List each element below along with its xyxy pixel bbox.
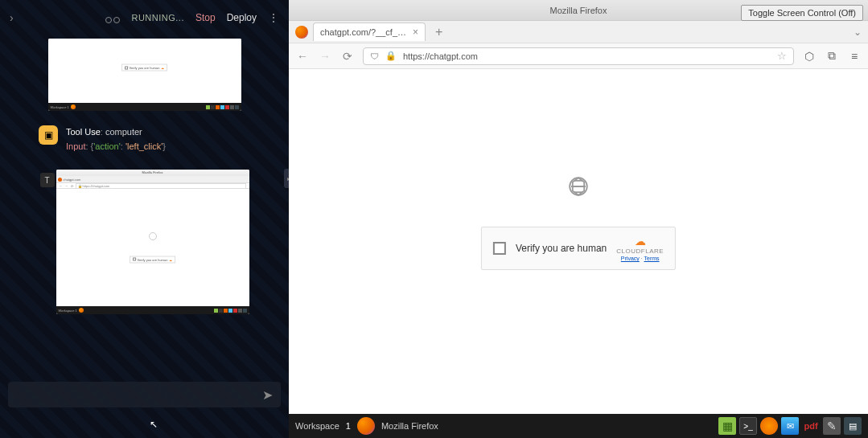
reload-button[interactable]: ⟳	[340, 50, 355, 63]
verify-human-checkbox[interactable]	[493, 242, 506, 255]
lock-icon[interactable]: 🔒	[385, 51, 397, 61]
cloudflare-challenge-box: Verify you are human ☁ CLOUDFLARE Privac…	[481, 227, 676, 270]
agent-topbar: › RUNNING... Stop Deploy ⋮	[0, 0, 289, 35]
terminal-tray-icon[interactable]: >_	[739, 417, 757, 435]
screenshot-thumbnail[interactable]: Verify you are human☁ Workspace 1	[48, 39, 241, 111]
url-text: https://chatgpt.com	[403, 51, 771, 61]
spreadsheet-tray-icon[interactable]: ▦	[718, 417, 736, 435]
browser-tabbar: chatgpt.com/?__cf_chl_rt_tk × + ⌄	[289, 21, 868, 43]
cloudflare-brand: ☁ CLOUDFLARE Privacy · Terms	[616, 235, 664, 261]
openai-logo-icon	[564, 172, 593, 201]
back-button[interactable]: ←	[295, 50, 310, 63]
firefox-icon	[295, 26, 308, 39]
pdf-tray-icon[interactable]: pdf	[802, 417, 820, 435]
verify-human-label: Verify you are human	[516, 243, 607, 254]
pocket-icon[interactable]: ⬡	[802, 50, 817, 63]
tool-call-block: ▣ Tool Use: computer Input: {'action': '…	[39, 125, 250, 154]
screenshot-thumbnail[interactable]: Mozilla Firefox chatgpt.com ←→⟳🔒 https:/…	[56, 170, 249, 314]
hamburger-menu-icon[interactable]: ≡	[847, 50, 862, 63]
system-tray: ▦ >_ ✉ pdf ✎ ▤	[718, 417, 862, 435]
tab-list-dropdown-icon[interactable]: ⌄	[854, 27, 862, 38]
cursor-icon: ↖	[150, 419, 158, 430]
editor-tray-icon[interactable]: ✎	[823, 417, 841, 435]
tab-title: chatgpt.com/?__cf_chl_rt_tk	[320, 27, 408, 37]
workspace-label: Workspace	[295, 421, 339, 431]
new-tab-button[interactable]: +	[430, 25, 447, 39]
thumbnail-badge: T	[40, 173, 55, 187]
desktop-taskbar: Workspace 1 Mozilla Firefox ▦ >_ ✉ pdf ✎…	[289, 414, 868, 438]
page-content: Verify you are human ☁ CLOUDFLARE Privac…	[289, 69, 868, 414]
more-menu-icon[interactable]: ⋮	[268, 11, 279, 24]
mail-tray-icon[interactable]: ✉	[781, 417, 799, 435]
send-icon[interactable]: ➤	[262, 387, 273, 403]
cloudflare-cloud-icon: ☁	[635, 235, 646, 247]
privacy-link[interactable]: Privacy	[621, 256, 640, 261]
status-text: RUNNING...	[131, 13, 184, 23]
browser-tab[interactable]: chatgpt.com/?__cf_chl_rt_tk ×	[313, 23, 426, 41]
extensions-icon[interactable]: ⧉	[825, 49, 839, 63]
bike-icon	[105, 12, 120, 23]
firefox-tray-icon[interactable]	[760, 417, 778, 435]
active-app-label[interactable]: Mozilla Firefox	[381, 421, 438, 431]
browser-toolbar: ← → ⟳ 🛡 🔒 https://chatgpt.com ☆ ⬡ ⧉ ≡	[289, 43, 868, 69]
shield-icon[interactable]: 🛡	[370, 51, 379, 61]
agent-panel: › RUNNING... Stop Deploy ⋮ Verify you ar…	[0, 0, 289, 438]
workspace-number[interactable]: 1	[346, 421, 351, 431]
bookmark-star-icon[interactable]: ☆	[777, 50, 787, 62]
stop-button[interactable]: Stop	[195, 12, 216, 23]
forward-button[interactable]: →	[318, 50, 332, 63]
tool-badge-icon: ▣	[39, 125, 58, 145]
deploy-button[interactable]: Deploy	[227, 12, 257, 23]
terms-link[interactable]: Terms	[644, 256, 660, 261]
calculator-tray-icon[interactable]: ▤	[844, 417, 862, 435]
close-tab-icon[interactable]: ×	[413, 27, 418, 38]
desktop-view: Toggle Screen Control (Off) Mozilla Fire…	[289, 0, 868, 438]
address-bar[interactable]: 🛡 🔒 https://chatgpt.com ☆	[363, 47, 794, 65]
window-title: Mozilla Firefox	[550, 6, 607, 15]
tool-call-text: Tool Use: computer Input: {'action': 'le…	[66, 125, 166, 154]
chat-input[interactable]: ➤	[8, 382, 281, 407]
firefox-taskbar-icon[interactable]	[357, 417, 375, 435]
toggle-screen-control-button[interactable]: Toggle Screen Control (Off)	[741, 5, 863, 21]
chevron-right-icon[interactable]: ›	[10, 11, 14, 24]
